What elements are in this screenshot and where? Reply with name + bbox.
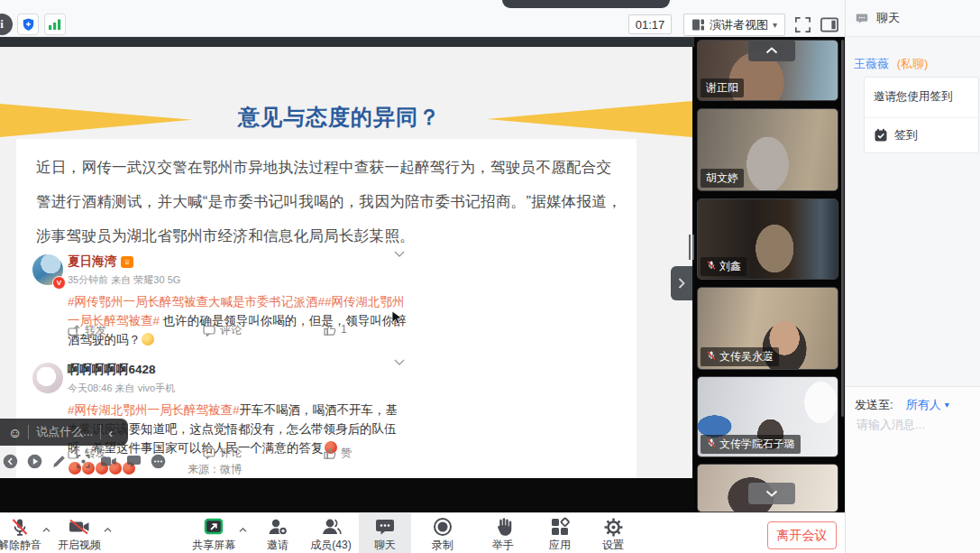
like-button: 赞: [324, 446, 352, 461]
apps-button[interactable]: 应用: [531, 516, 589, 553]
thumbs-up-icon: [324, 447, 336, 459]
participant-name-badge: 谢正阳: [701, 78, 744, 97]
smiley-face-emoji: [142, 333, 154, 346]
slide-paragraph: 近日，网传一武汉交警在鄂州市异地执法过程中查获一起醉驾行为，驾驶员不愿配合交警进…: [36, 150, 624, 253]
raised-hand-icon: [492, 516, 514, 538]
settings-button[interactable]: 设置: [584, 516, 642, 553]
slide-title: 意见与态度的异同？: [192, 103, 487, 132]
invite-button[interactable]: 邀请: [249, 516, 307, 553]
participant-name-badge: 胡文婷: [701, 169, 744, 188]
view-mode-label: 演讲者视图: [710, 17, 768, 33]
comment-input-bar: ☺ 说点什么... ‹: [0, 419, 128, 446]
scroll-down-button[interactable]: [748, 483, 795, 504]
chevron-down-icon: ▾: [945, 401, 949, 410]
mic-muted-icon: [706, 350, 717, 364]
sign-in-label: 签到: [894, 127, 918, 143]
view-mode-dropdown[interactable]: 演讲者视图 ▾: [683, 14, 785, 36]
layout-icon: [691, 18, 705, 32]
sign-in-invite-text: 邀请您使用签到: [865, 78, 978, 117]
start-video-button[interactable]: 开启视频: [50, 516, 108, 553]
record-icon: [432, 516, 453, 538]
send-to-row: 发送至: 所有人 ▾: [855, 397, 949, 413]
repost-button: 转发: [68, 323, 106, 338]
sign-in-button[interactable]: 签到: [865, 118, 978, 152]
security-shield-icon[interactable]: [17, 14, 39, 35]
chevron-up-icon: [103, 527, 113, 533]
share-screen-icon: [203, 516, 224, 538]
post-username: 啊啊啊啊啊6428: [68, 363, 156, 376]
weibo-post: 啊啊啊啊啊6428 今天08:46 来自 vivo手机 #网传湖北鄂州一局长醉驾…: [25, 355, 408, 464]
comment-icon: [203, 325, 215, 336]
thumbs-up-icon: [324, 324, 336, 336]
participant-video[interactable]: 胡文婷: [697, 108, 838, 191]
shield-plus-icon: [21, 17, 36, 32]
chat-message-input[interactable]: [855, 417, 975, 432]
record-button[interactable]: 录制: [414, 516, 472, 553]
chat-bubble-icon: [855, 12, 869, 25]
meeting-timer: 01:17: [628, 14, 672, 34]
chevron-up-icon: [765, 47, 778, 54]
grip-line: [692, 235, 694, 260]
chat-message-sender: 王薇薇 (私聊): [854, 56, 928, 72]
chevron-right-icon: [677, 277, 686, 290]
chat-panel-title: 聊天: [876, 10, 900, 26]
participant-video[interactable]: 文传吴永蕸: [697, 287, 838, 370]
chevron-down-icon: [394, 251, 405, 257]
pencil-icon: [51, 454, 67, 469]
mic-muted-icon: [706, 260, 717, 273]
invite-person-icon: [266, 516, 289, 538]
meeting-window: i 01:17 演讲者视图 ▾: [0, 0, 980, 553]
send-to-label: 发送至:: [855, 397, 893, 413]
grip-line: [689, 235, 691, 260]
post-meta: 今天08:46 来自 vivo手机: [68, 382, 408, 395]
comment-button: 评论: [203, 323, 242, 338]
chat-panel: 聊天 王薇薇 (私聊) 邀请您使用签到 签到 发送至: 所有人: [845, 0, 980, 553]
collapse-strip-button[interactable]: [748, 40, 795, 61]
apps-grid-icon: [549, 516, 571, 538]
chevron-up-icon: [41, 527, 51, 533]
post-hashtags: #网传湖北鄂州一局长醉驾被查#: [68, 403, 240, 417]
members-icon: [319, 516, 343, 538]
collapse-left-icon: ‹: [101, 425, 121, 440]
members-button[interactable]: 成员(43): [302, 516, 360, 553]
banner-triangle-right: [487, 101, 692, 137]
video-strip-scrollbar[interactable]: [841, 40, 844, 417]
participant-name-badge: 文传吴永蕸: [701, 347, 779, 366]
send-to-selector[interactable]: 所有人: [906, 397, 941, 413]
comment-icon: [203, 447, 215, 459]
camera-icon: [100, 455, 117, 468]
video-strip-collapse-handle[interactable]: [671, 266, 692, 300]
share-options-chevron[interactable]: [236, 523, 249, 536]
private-chat-tag: (私聊): [897, 57, 929, 70]
smiley-icon: ☺: [0, 425, 28, 440]
participant-video[interactable]: 刘鑫: [697, 198, 838, 280]
back-icon: [3, 454, 18, 469]
leave-meeting-button[interactable]: 离开会议: [767, 521, 837, 549]
focus-frame-icon: [76, 454, 91, 469]
chat-input-zone: 发送至: 所有人 ▾: [846, 386, 980, 553]
participant-name-badge: 文传学院石子璐: [701, 435, 801, 454]
side-panel-icon[interactable]: [819, 14, 840, 34]
meeting-info-notch[interactable]: [502, 0, 670, 8]
play-icon: [27, 454, 42, 469]
info-icon[interactable]: i: [0, 14, 13, 35]
chevron-down-icon: [394, 359, 405, 365]
shared-screen-top-strip: [0, 37, 694, 47]
shared-screen-area: 意见与态度的异同？ 近日，网传一武汉交警在鄂州市异地执法过程中查获一起醉驾行为，…: [0, 37, 694, 512]
chat-button[interactable]: 聊天: [359, 513, 411, 553]
sign-in-invite-card[interactable]: 邀请您使用签到 签到: [864, 77, 979, 153]
post-meta: 35分钟前 来自 荣耀30 5G: [68, 273, 408, 287]
signal-bars-icon: [48, 18, 62, 31]
repost-icon: [68, 325, 80, 336]
video-options-chevron[interactable]: [101, 523, 114, 536]
comment-placeholder: 说点什么...: [29, 424, 100, 440]
more-dots-icon: [151, 454, 166, 469]
message-icon: [126, 455, 142, 468]
player-controls: [3, 454, 166, 469]
raise-hand-button[interactable]: 举手: [474, 516, 532, 553]
share-screen-button[interactable]: 共享屏幕: [185, 516, 243, 553]
participant-video[interactable]: 文传学院石子璐: [697, 376, 838, 457]
fullscreen-icon[interactable]: [792, 14, 813, 34]
mic-muted-icon: [9, 516, 31, 538]
network-signal-icon[interactable]: [44, 14, 66, 35]
